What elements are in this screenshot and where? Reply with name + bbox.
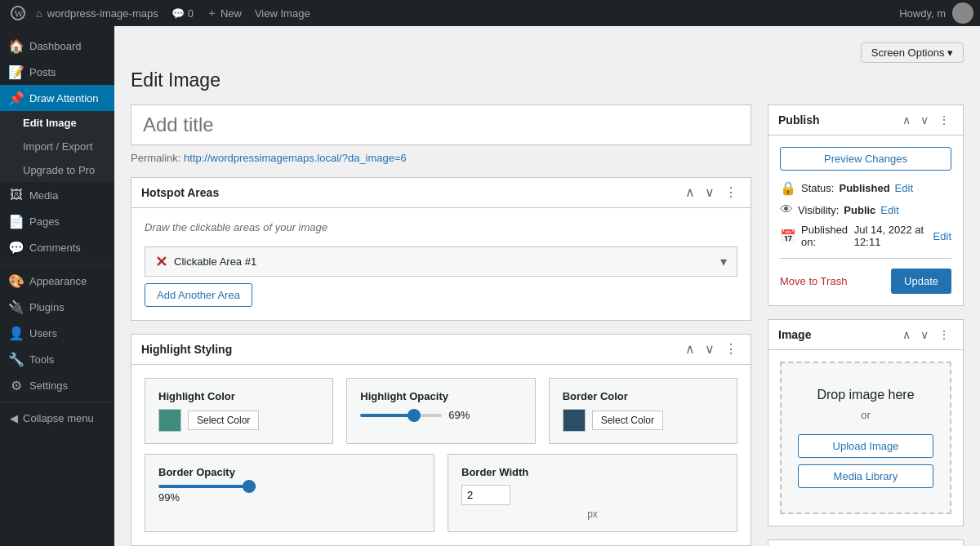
shortcode-panel-header[interactable]: Copy Shortcode ∧ ∨ ⋮ bbox=[768, 540, 963, 546]
metabox-controls: ∧ ∨ ⋮ bbox=[682, 184, 741, 201]
media-library-button[interactable]: Media Library bbox=[798, 464, 933, 488]
image-collapse-up[interactable]: ∧ bbox=[899, 326, 914, 343]
publish-drag[interactable]: ⋮ bbox=[935, 112, 953, 128]
highlight-color-swatch[interactable] bbox=[158, 409, 181, 432]
visibility-edit-link[interactable]: Edit bbox=[880, 204, 898, 216]
image-drag[interactable]: ⋮ bbox=[935, 326, 953, 343]
highlight-styling-body: Highlight Color Select Color bbox=[131, 365, 751, 545]
clickable-area-left: ✕ Clickable Area #1 bbox=[155, 255, 256, 269]
highlight-color-select-btn[interactable]: Select Color bbox=[188, 411, 259, 430]
image-panel-header[interactable]: Image ∧ ∨ ⋮ bbox=[768, 320, 963, 350]
add-area-button[interactable]: Add Another Area bbox=[145, 283, 252, 307]
posts-icon: 📝 bbox=[10, 65, 23, 78]
main-layout: 🏠 Dashboard 📝 Posts 📌 Draw Attention Edi… bbox=[0, 0, 980, 546]
permalink: Permalink: http://wordpressimagemaps.loc… bbox=[131, 152, 751, 164]
permalink-link[interactable]: http://wordpressimagemaps.local/?da_imag… bbox=[184, 152, 407, 164]
publish-panel-header[interactable]: Publish ∧ ∨ ⋮ bbox=[768, 105, 963, 135]
shortcode-panel: Copy Shortcode ∧ ∨ ⋮ [drawattention] bbox=[768, 539, 964, 546]
border-width-cell: Border Width px bbox=[448, 454, 737, 532]
publish-panel: Publish ∧ ∨ ⋮ Preview Changes 🔒 bbox=[768, 104, 964, 306]
wp-logo-icon[interactable]: W bbox=[7, 2, 29, 24]
published-edit-link[interactable]: Edit bbox=[933, 230, 951, 242]
adminbar-view-image[interactable]: View Image bbox=[248, 7, 317, 20]
publish-collapse-up[interactable]: ∧ bbox=[899, 112, 914, 128]
sidebar-item-users[interactable]: 👤 Users bbox=[0, 320, 114, 346]
sidebar-subitem-edit-image[interactable]: Edit Image bbox=[0, 111, 114, 135]
publish-visibility: 👁 Visibility: Public Edit bbox=[780, 202, 951, 217]
metabox-drag[interactable]: ⋮ bbox=[721, 184, 741, 201]
draw-attention-icon: 📌 bbox=[10, 91, 23, 104]
highlight-color-row: Select Color bbox=[158, 409, 319, 432]
move-to-trash-link[interactable]: Move to Trash bbox=[780, 275, 847, 287]
border-color-select-btn[interactable]: Select Color bbox=[592, 411, 663, 430]
image-controls: ∧ ∨ ⋮ bbox=[899, 326, 953, 343]
publish-date: 📅 Published on: Jul 14, 2022 at 12:11 Ed… bbox=[780, 224, 951, 248]
upload-image-button[interactable]: Upload Image bbox=[798, 434, 933, 458]
sidebar-item-posts[interactable]: 📝 Posts bbox=[0, 59, 114, 85]
sidebar-item-plugins[interactable]: 🔌 Plugins bbox=[0, 294, 114, 320]
border-color-swatch[interactable] bbox=[563, 409, 586, 432]
image-collapse-down[interactable]: ∨ bbox=[917, 326, 932, 343]
publish-panel-body: Preview Changes 🔒 Status: Published Edit… bbox=[768, 135, 963, 305]
publish-collapse-down[interactable]: ∨ bbox=[917, 112, 932, 128]
dashboard-icon: 🏠 bbox=[10, 39, 23, 52]
tools-icon: 🔧 bbox=[10, 353, 23, 366]
hs-collapse-down[interactable]: ∨ bbox=[702, 341, 718, 357]
screen-options-button[interactable]: Screen Options ▾ bbox=[861, 42, 964, 63]
hs-row-top: Highlight Color Select Color bbox=[145, 378, 737, 444]
edit-layout: Permalink: http://wordpressimagemaps.loc… bbox=[131, 104, 964, 546]
hotspot-areas-body: Draw the clickable areas of your image ✕… bbox=[131, 208, 751, 320]
highlight-color-cell: Highlight Color Select Color bbox=[145, 378, 333, 444]
users-icon: 👤 bbox=[10, 326, 23, 340]
plugins-icon: 🔌 bbox=[10, 300, 23, 313]
sidebar-item-pages[interactable]: 📄 Pages bbox=[0, 208, 114, 234]
admin-bar: W ⌂ wordpress-image-maps 💬 0 ＋ New View … bbox=[0, 0, 980, 26]
highlight-opacity-cell: Highlight Opacity 69% bbox=[346, 378, 535, 444]
border-color-row: Select Color bbox=[563, 409, 724, 432]
sidebar-item-tools[interactable]: 🔧 Tools bbox=[0, 346, 114, 372]
hs-row-bottom: Border Opacity 99% Border Width px bbox=[145, 454, 737, 532]
hotspot-areas-header[interactable]: Hotspot Areas ∧ ∨ ⋮ bbox=[131, 178, 751, 208]
metabox-collapse-up[interactable]: ∧ bbox=[682, 184, 698, 201]
adminbar-comments[interactable]: 💬 0 bbox=[165, 7, 200, 20]
adminbar-site-name[interactable]: ⌂ wordpress-image-maps bbox=[29, 7, 165, 20]
sidebar-item-dashboard[interactable]: 🏠 Dashboard bbox=[0, 33, 114, 59]
site-icon: ⌂ bbox=[36, 7, 42, 20]
sidebar-item-draw-attention[interactable]: 📌 Draw Attention bbox=[0, 85, 114, 111]
preview-changes-button[interactable]: Preview Changes bbox=[780, 147, 951, 171]
adminbar-right: Howdy, m bbox=[899, 2, 973, 24]
status-icon: 🔒 bbox=[780, 180, 796, 196]
border-width-input[interactable] bbox=[461, 485, 510, 505]
highlight-styling-header[interactable]: Highlight Styling ∧ ∨ ⋮ bbox=[131, 335, 751, 365]
border-opacity-slider[interactable] bbox=[158, 485, 256, 488]
adminbar-new[interactable]: ＋ New bbox=[200, 6, 248, 20]
pages-icon: 📄 bbox=[10, 215, 23, 228]
calendar-icon: 📅 bbox=[780, 229, 796, 244]
delete-area-button[interactable]: ✕ bbox=[155, 255, 167, 269]
sidebar-item-appearance[interactable]: 🎨 Appearance bbox=[0, 268, 114, 294]
avatar[interactable] bbox=[952, 2, 973, 24]
update-button[interactable]: Update bbox=[891, 269, 951, 294]
sidebar-item-settings[interactable]: ⚙ Settings bbox=[0, 372, 114, 398]
draw-attention-subitems: Edit Image Import / Export Upgrade to Pr… bbox=[0, 111, 114, 182]
highlight-opacity-slider[interactable] bbox=[360, 414, 442, 417]
metabox-collapse-down[interactable]: ∨ bbox=[702, 184, 718, 201]
area-expand-button[interactable]: ▾ bbox=[720, 254, 727, 269]
hs-drag[interactable]: ⋮ bbox=[721, 341, 741, 357]
sidebar: 🏠 Dashboard 📝 Posts 📌 Draw Attention Edi… bbox=[0, 26, 114, 546]
image-drop-zone[interactable]: Drop image here or Upload Image Media Li… bbox=[780, 362, 951, 514]
media-icon: 🖼 bbox=[10, 189, 23, 202]
sidebar-subitem-import-export[interactable]: Import / Export bbox=[0, 135, 114, 158]
edit-sidebar-panels: Publish ∧ ∨ ⋮ Preview Changes 🔒 bbox=[768, 104, 964, 546]
sidebar-item-media[interactable]: 🖼 Media bbox=[0, 182, 114, 208]
hs-collapse-up[interactable]: ∧ bbox=[682, 341, 698, 357]
title-input[interactable] bbox=[131, 104, 751, 145]
border-color-cell: Border Color Select Color bbox=[549, 378, 737, 444]
sidebar-item-comments[interactable]: 💬 Comments bbox=[0, 234, 114, 260]
status-edit-link[interactable]: Edit bbox=[895, 182, 913, 194]
image-panel: Image ∧ ∨ ⋮ Drop image here or bbox=[768, 319, 964, 526]
sidebar-subitem-upgrade-pro[interactable]: Upgrade to Pro bbox=[0, 158, 114, 182]
hs-metabox-controls: ∧ ∨ ⋮ bbox=[682, 341, 741, 357]
sidebar-collapse[interactable]: ◀ Collapse menu bbox=[0, 406, 114, 431]
visibility-icon: 👁 bbox=[780, 202, 793, 217]
